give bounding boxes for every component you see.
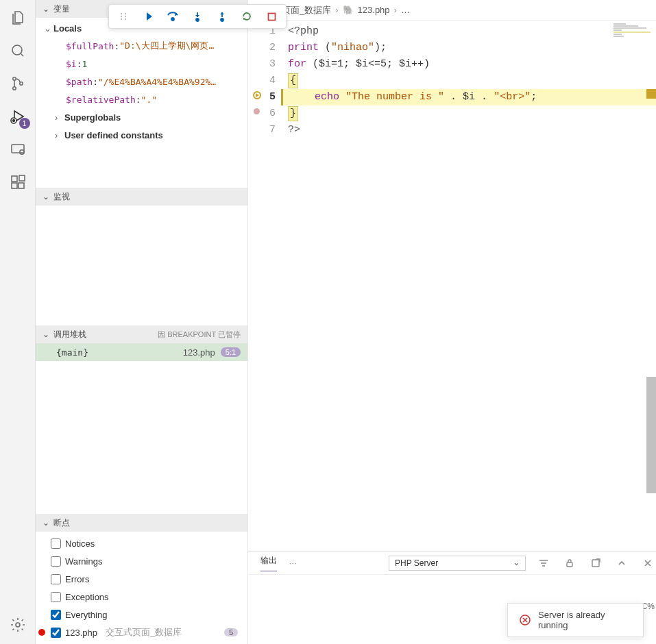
bp-category[interactable]: Warnings <box>36 552 247 570</box>
svg-point-1 <box>12 77 15 80</box>
svg-point-22 <box>171 18 174 21</box>
frame-name: {main} <box>56 347 183 358</box>
files-icon[interactable] <box>8 8 27 27</box>
step-into-button[interactable] <box>187 6 208 27</box>
debug-toolbar[interactable] <box>108 4 287 29</box>
chevron-up-icon[interactable] <box>616 558 630 569</box>
watch-title: 监视 <box>53 191 241 203</box>
output-channel-select[interactable]: PHP Server <box>389 556 526 571</box>
svg-point-0 <box>12 45 22 55</box>
breadcrumb-file[interactable]: 123.php <box>358 5 390 15</box>
toast-message: Server is already running <box>538 610 632 630</box>
debug-sidebar: ⌄ 变量 ⌄ Locals $fullPath: "D:\大四上学期\网页… $… <box>36 0 248 644</box>
svg-rect-14 <box>592 560 599 567</box>
search-icon[interactable] <box>8 41 27 60</box>
bp-category[interactable]: Errors <box>36 570 247 588</box>
bp-category[interactable]: Everything <box>36 606 247 623</box>
variables-body: ⌄ Locals $fullPath: "D:\大四上学期\网页… $i: 1 … <box>36 18 247 145</box>
source-control-icon[interactable] <box>8 74 27 93</box>
chevron-down-icon: ⌄ <box>42 192 51 201</box>
bp-checkbox[interactable] <box>51 574 61 584</box>
variable-row[interactable]: $path: "/%E4%BA%A4%E4%BA%92%… <box>40 73 247 90</box>
vertical-scrollbar[interactable] <box>646 377 656 493</box>
svg-point-18 <box>121 16 122 17</box>
svg-point-23 <box>196 18 199 21</box>
svg-rect-10 <box>19 175 25 181</box>
bp-category[interactable]: Exceptions <box>36 588 247 606</box>
bp-line-badge: 5 <box>224 628 238 636</box>
superglobals-label: Superglobals <box>64 112 121 123</box>
variable-row[interactable]: $i: 1 <box>40 55 247 73</box>
drag-handle-icon[interactable] <box>113 6 134 27</box>
close-icon[interactable] <box>642 558 656 569</box>
activity-bar: 1 <box>0 0 36 644</box>
svg-rect-8 <box>12 183 17 188</box>
svg-point-11 <box>16 623 20 627</box>
bp-checkbox[interactable] <box>51 538 61 549</box>
stack-frame[interactable]: {main} 123.php 5:1 <box>36 343 247 361</box>
notification-toast[interactable]: Server is already running <box>507 603 644 637</box>
svg-point-19 <box>125 16 126 17</box>
superglobals-group[interactable]: › Superglobals <box>40 108 247 126</box>
step-out-button[interactable] <box>212 6 232 27</box>
more-tabs-icon[interactable]: ··· <box>289 558 297 568</box>
callstack-title: 调用堆栈 <box>53 329 155 340</box>
svg-point-20 <box>121 18 122 20</box>
minimap[interactable] <box>614 23 655 44</box>
chevron-down-icon: ⌄ <box>42 4 51 14</box>
chevron-down-icon: ⌄ <box>44 23 53 34</box>
chevron-right-icon: › <box>335 5 338 15</box>
current-breakpoint-icon[interactable] <box>252 90 260 99</box>
callstack-header[interactable]: ⌄ 调用堆栈 因 BREAKPOINT 已暂停 <box>36 325 247 343</box>
settings-gear-icon[interactable] <box>8 615 27 634</box>
panel-tabs: 输出 ··· PHP Server <box>248 552 656 575</box>
breakpoints-title: 断点 <box>53 517 241 529</box>
bp-file[interactable]: 123.php 交互式页面_数据库 5 <box>36 623 247 641</box>
bp-category[interactable]: Notices <box>36 534 247 552</box>
watch-body[interactable] <box>36 206 247 325</box>
breakpoint-dot-icon <box>38 629 45 636</box>
stop-button[interactable] <box>261 6 282 27</box>
locals-label: Locals <box>53 23 82 34</box>
bp-checkbox[interactable] <box>51 556 61 567</box>
breakpoint-disabled-icon[interactable] <box>254 108 260 114</box>
step-over-button[interactable] <box>162 6 183 27</box>
lock-icon[interactable] <box>564 558 578 569</box>
chevron-right-icon: › <box>55 112 64 123</box>
svg-rect-13 <box>567 562 572 567</box>
svg-rect-7 <box>12 176 17 182</box>
callstack-meta: 因 BREAKPOINT 已暂停 <box>158 330 241 340</box>
svg-point-16 <box>121 13 122 14</box>
svg-rect-9 <box>19 183 24 188</box>
chevron-right-icon: › <box>394 5 397 15</box>
restart-button[interactable] <box>236 6 257 27</box>
breadcrumb[interactable]: 式页面_数据库 › 🐘 123.php › … <box>248 0 656 21</box>
clear-icon[interactable] <box>590 558 604 569</box>
overview-ruler-marker[interactable] <box>646 89 656 99</box>
callstack-body: {main} 123.php 5:1 <box>36 343 247 361</box>
breakpoints-header[interactable]: ⌄ 断点 <box>36 514 247 532</box>
php-file-icon: 🐘 <box>343 5 354 15</box>
error-icon <box>519 614 531 626</box>
bp-checkbox[interactable] <box>51 610 61 620</box>
bp-checkbox[interactable] <box>51 628 61 638</box>
svg-point-3 <box>19 82 22 85</box>
tab-output[interactable]: 输出 <box>260 555 277 571</box>
frame-pos: 5:1 <box>221 347 241 357</box>
variable-row[interactable]: $fullPath: "D:\大四上学期\网页… <box>40 37 247 55</box>
extensions-icon[interactable] <box>8 173 27 192</box>
breadcrumb-more[interactable]: … <box>401 5 410 15</box>
constants-group[interactable]: › User defined constants <box>40 126 247 144</box>
watch-header[interactable]: ⌄ 监视 <box>36 188 247 206</box>
variable-row[interactable]: $relativePath: "." <box>40 90 247 108</box>
svg-point-2 <box>12 87 15 90</box>
svg-rect-5 <box>12 145 24 153</box>
frame-file: 123.php <box>183 347 215 358</box>
filter-icon[interactable] <box>538 558 552 569</box>
bp-checkbox[interactable] <box>51 592 61 602</box>
run-debug-icon[interactable]: 1 <box>8 107 27 126</box>
remote-icon[interactable] <box>8 140 27 159</box>
continue-button[interactable] <box>138 6 158 27</box>
editor-area: 式页面_数据库 › 🐘 123.php › … 1 2 3 4 5 6 7 <box>248 0 656 644</box>
svg-point-17 <box>125 13 126 14</box>
